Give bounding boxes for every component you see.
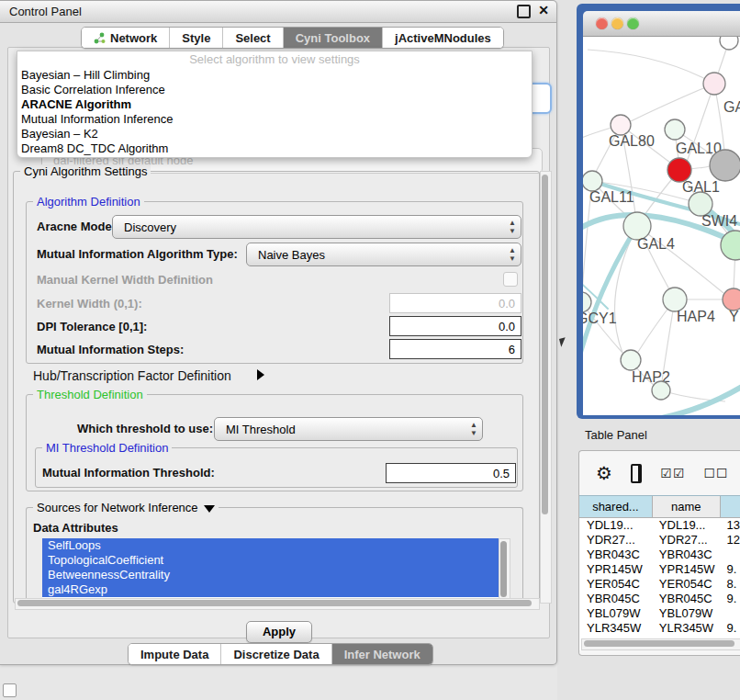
settings-vertical-scrollbar[interactable] [540, 171, 552, 604]
network-node-y[interactable] [723, 288, 740, 310]
table-row[interactable]: YDR27...YDR27...12 [579, 533, 740, 548]
data-attribute-item[interactable]: SelfLoops [42, 538, 499, 553]
bottom-tab-bar: Impute DataDiscretize DataInfer Network [128, 643, 433, 665]
select-all-checkboxes-icon[interactable]: ☑☑ [660, 466, 685, 480]
network-node[interactable] [652, 381, 670, 400]
table-cell: YDL19... [579, 518, 652, 533]
table-row[interactable]: YBR045CYBR045C9. [579, 592, 740, 606]
which-threshold-value: MI Threshold [215, 423, 465, 436]
table-row[interactable]: YDL19...YDL19...13 [579, 518, 740, 533]
data-attribute-item[interactable]: BetweennessCentrality [42, 568, 499, 582]
table-row[interactable]: YBL079WYBL079W [579, 606, 740, 621]
algorithm-hint: Select algorithm to view settings [17, 51, 532, 68]
table-horizontal-scrollbar[interactable] [581, 638, 740, 650]
algorithm-option[interactable]: ARACNE Algorithm [17, 97, 532, 112]
table-panel-box: ⚙ ☑☑ ☐☐ shared...nameAYDL19...YDL19...13… [578, 450, 740, 656]
attributes-scrollbar[interactable] [499, 538, 510, 602]
table-cell: 9. [719, 562, 740, 577]
network-node[interactable] [720, 37, 738, 50]
network-node-label: GAL11 [589, 189, 634, 205]
mi-steps-field[interactable] [389, 339, 521, 359]
top-tab-style[interactable]: Style [170, 28, 223, 48]
algorithm-option[interactable]: Mutual Information Inference [17, 112, 532, 127]
aracne-mode-combo[interactable]: Discovery ▲▼ [112, 215, 521, 239]
table-column-header[interactable]: name [653, 496, 721, 518]
network-node-label: HAP4 [677, 309, 715, 324]
mi-threshold-label: Mutual Information Threshold: [42, 466, 215, 480]
mi-threshold-definition-title: MI Threshold Definition [42, 441, 172, 455]
algorithm-definition-title: Algorithm Definition [33, 195, 144, 209]
table-row[interactable]: YER054CYER054C8. [579, 577, 740, 592]
zoom-traffic-icon[interactable] [627, 17, 639, 29]
algorithm-option[interactable]: Basic Correlation Inference [17, 83, 532, 97]
kernel-width-field[interactable] [389, 293, 521, 313]
tab-label: Style [182, 31, 210, 45]
mi-threshold-field[interactable] [386, 463, 516, 483]
network-node-hap2[interactable] [621, 350, 641, 370]
data-attributes-label: Data Attributes [33, 521, 118, 535]
bottom-tab-impute-data[interactable]: Impute Data [129, 644, 221, 664]
table-cell: YPR145W [652, 562, 720, 577]
table-row[interactable]: YLR345WYLR345W9. [579, 621, 740, 636]
mi-algorithm-type-value: Naive Bayes [247, 248, 504, 262]
network-node-gal11[interactable] [583, 171, 602, 191]
network-node-gal[interactable] [703, 73, 725, 95]
close-traffic-icon[interactable] [596, 17, 608, 29]
data-attribute-item[interactable]: gal4RGexp [42, 582, 499, 597]
combo-stepper-icon: ▲▼ [465, 421, 482, 437]
manual-kernel-checkbox[interactable] [503, 272, 518, 287]
combo-stepper-icon: ▲▼ [504, 246, 521, 263]
table-column-header[interactable]: A [721, 496, 740, 518]
mi-algorithm-type-combo[interactable]: Naive Bayes ▲▼ [246, 243, 521, 266]
table-row[interactable]: YPR145WYPR145W9. [579, 562, 740, 577]
algorithm-dropdown-popup: Select algorithm to view settings Bayesi… [17, 51, 533, 158]
cyni-settings-group-title: Cyni Algorithm Settings [20, 164, 151, 178]
network-canvas[interactable]: GALGAL80GAL10GAL1GAL11SWI4GAL4GCY1HAP4YH… [583, 37, 740, 415]
network-node-gal10[interactable] [665, 119, 685, 140]
tab-label: Discretize Data [233, 648, 319, 661]
algorithm-option[interactable]: Bayesian – K2 [17, 127, 532, 141]
table-row[interactable]: YBR043CYBR043C [579, 548, 740, 562]
control-panel-titlebar: Control Panel ✕ [0, 1, 556, 23]
algorithm-option[interactable]: Dream8 DC_TDC Algorithm [17, 141, 532, 156]
gear-icon[interactable]: ⚙ [596, 462, 612, 484]
columns-icon[interactable] [631, 464, 642, 483]
network-graph-icon [94, 32, 106, 44]
network-node-label: Y [729, 309, 739, 324]
network-node-gal80[interactable] [611, 115, 631, 135]
bottom-tab-infer-network[interactable]: Infer Network [332, 644, 432, 664]
top-tab-cyni-toolbox[interactable]: Cyni Toolbox [284, 28, 383, 48]
table-column-header[interactable]: shared... [579, 496, 653, 518]
minimize-traffic-icon[interactable] [611, 17, 623, 29]
sources-group-title: Sources for Network Inference [33, 501, 219, 514]
table-cell: YLR345W [579, 621, 652, 636]
algorithm-option[interactable]: Bayesian – Hill Climbing [17, 68, 532, 83]
network-node-gcy1[interactable] [583, 292, 591, 312]
data-attribute-item[interactable]: TopologicalCoefficient [42, 553, 499, 568]
which-threshold-label: Which threshold to use: [77, 422, 213, 435]
table-cell: YDR27... [579, 533, 652, 548]
table-cell: YBR043C [579, 548, 652, 562]
deselect-all-checkboxes-icon[interactable]: ☐☐ [703, 466, 728, 480]
network-view-window: GALGAL80GAL10GAL1GAL11SWI4GAL4GCY1HAP4YH… [577, 4, 740, 419]
apply-button[interactable]: Apply [246, 621, 312, 643]
threshold-definition-title: Threshold Definition [33, 388, 147, 401]
settings-horizontal-scrollbar[interactable] [15, 598, 540, 610]
bottom-tab-discretize-data[interactable]: Discretize Data [221, 644, 331, 664]
top-tab-select[interactable]: Select [223, 28, 283, 48]
which-threshold-combo[interactable]: MI Threshold ▲▼ [214, 417, 483, 441]
network-graph: GALGAL80GAL10GAL1GAL11SWI4GAL4GCY1HAP4YH… [583, 37, 740, 415]
panel-toggle-icon[interactable] [3, 683, 17, 697]
network-edge [588, 50, 714, 84]
network-node-label: GAL80 [609, 133, 655, 149]
top-tab-jactivemnodules[interactable]: jActiveMNodules [383, 28, 503, 48]
top-tab-network[interactable]: Network [82, 28, 170, 48]
close-icon[interactable]: ✕ [538, 3, 549, 17]
expand-arrow-icon[interactable] [257, 369, 264, 380]
node-table[interactable]: shared...nameAYDL19...YDL19...13YDR27...… [579, 495, 740, 650]
dpi-tolerance-field[interactable] [389, 316, 521, 336]
network-node[interactable] [710, 150, 740, 181]
collapse-arrow-icon[interactable] [204, 505, 215, 513]
data-attributes-list[interactable]: SelfLoopsTopologicalCoefficientBetweenne… [42, 538, 499, 600]
float-window-icon[interactable] [517, 5, 531, 18]
